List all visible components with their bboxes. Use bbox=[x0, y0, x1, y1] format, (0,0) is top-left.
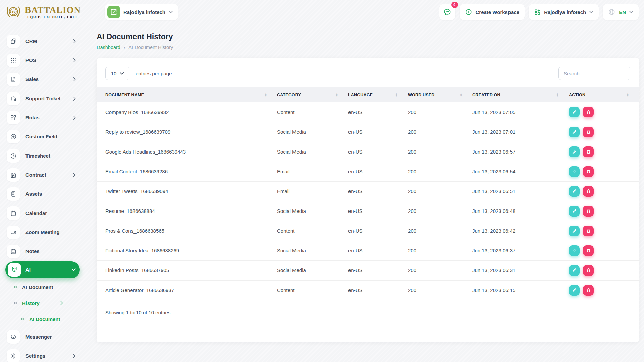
workspace-logo-icon bbox=[107, 6, 120, 18]
page-title: AI Document History bbox=[97, 32, 639, 41]
cell-word-used: 200 bbox=[408, 221, 472, 241]
sidebar-label: Notes bbox=[25, 248, 40, 254]
delete-button[interactable] bbox=[583, 206, 594, 217]
edit-button[interactable] bbox=[569, 285, 580, 296]
brand-logo[interactable]: B BATTALION EQUIP, EXECUTE, EXEL bbox=[5, 3, 91, 21]
svg-text:B: B bbox=[12, 9, 15, 14]
sidebar-item-settings[interactable]: Settings bbox=[0, 346, 83, 362]
plus-circle-icon bbox=[465, 8, 472, 16]
edit-button[interactable] bbox=[569, 265, 580, 276]
brand-name: BATTALION bbox=[25, 6, 81, 14]
messages-button[interactable]: 0 bbox=[439, 4, 455, 20]
sidebar-label: Support Ticket bbox=[25, 96, 61, 101]
cell-category: Social Media bbox=[277, 142, 348, 162]
chevron-down-icon bbox=[629, 11, 633, 13]
cell-actions bbox=[569, 280, 639, 300]
topbar: B BATTALION EQUIP, EXECUTE, EXEL Rajodiy… bbox=[0, 0, 644, 24]
sidebar-item-support-ticket[interactable]: Support Ticket bbox=[0, 89, 83, 108]
cell-actions bbox=[569, 241, 639, 260]
edit-button[interactable] bbox=[569, 166, 580, 177]
table-row: Reply to review_1686639709 Social Media … bbox=[97, 122, 639, 142]
pencil-icon bbox=[572, 248, 577, 253]
cell-document-name: Resume_1686638884 bbox=[97, 201, 277, 221]
page-size-select[interactable]: 10 bbox=[105, 67, 129, 80]
sidebar-item-calendar[interactable]: Calendar bbox=[0, 203, 83, 223]
sidebar-item-assets[interactable]: Assets bbox=[0, 184, 83, 203]
chat-bubble-icon bbox=[443, 8, 452, 16]
bullet-icon bbox=[14, 286, 17, 288]
main-content: AI Document History Dashboard › AI Docum… bbox=[83, 24, 644, 362]
sidebar-item-notes[interactable]: Notes bbox=[0, 242, 83, 261]
cell-created-on: Jun 13, 2023 06:54 bbox=[472, 162, 569, 181]
delete-button[interactable] bbox=[583, 146, 594, 157]
cell-language: en-US bbox=[348, 280, 408, 300]
header-category[interactable]: Category▲▼ bbox=[277, 87, 348, 102]
create-workspace-button[interactable]: Create Workspace bbox=[460, 4, 525, 20]
delete-button[interactable] bbox=[583, 186, 594, 197]
header-action[interactable]: Action▲▼ bbox=[569, 87, 639, 102]
cell-created-on: Jun 13, 2023 06:37 bbox=[472, 241, 569, 260]
dots-grid-icon bbox=[7, 54, 20, 67]
table-footer: Showing 1 to 10 of 10 entries bbox=[97, 300, 639, 325]
speech-bubble-icon bbox=[7, 330, 20, 344]
delete-button[interactable] bbox=[583, 285, 594, 296]
edit-button[interactable] bbox=[569, 146, 580, 157]
cell-category: Content bbox=[277, 280, 348, 300]
sidebar-item-pos[interactable]: POS bbox=[0, 51, 83, 70]
table-row: Article Generator_1686636937 Content en-… bbox=[97, 280, 639, 300]
globe-icon bbox=[608, 8, 615, 16]
sidebar-item-sales[interactable]: Sales bbox=[0, 70, 83, 89]
cell-category: Social Media bbox=[277, 260, 348, 280]
sidebar-item-messenger[interactable]: Messenger bbox=[0, 327, 83, 346]
edit-button[interactable] bbox=[569, 245, 580, 256]
company-dropdown[interactable]: Rajodiya infotech bbox=[529, 4, 599, 20]
sidebar-subitem-history-ai-document[interactable]: AI Document bbox=[0, 311, 83, 327]
cell-word-used: 200 bbox=[408, 162, 472, 181]
delete-button[interactable] bbox=[583, 166, 594, 177]
pencil-icon bbox=[572, 268, 577, 273]
history-card: 10 entries per page Document Name▲▼ Cate… bbox=[97, 58, 639, 342]
header-word-used[interactable]: Word Used▲▼ bbox=[408, 87, 472, 102]
chevron-down-icon bbox=[589, 11, 593, 13]
delete-button[interactable] bbox=[583, 107, 594, 117]
delete-button[interactable] bbox=[583, 245, 594, 256]
edit-button[interactable] bbox=[569, 206, 580, 217]
cell-language: en-US bbox=[348, 241, 408, 260]
trash-icon bbox=[586, 189, 591, 194]
header-document-name[interactable]: Document Name▲▼ bbox=[97, 87, 277, 102]
sidebar-item-custom-field[interactable]: Custom Field bbox=[0, 127, 83, 146]
trash-icon bbox=[586, 228, 591, 233]
workspace-switcher[interactable]: Rajodiya infotech bbox=[105, 4, 178, 20]
breadcrumb-separator: › bbox=[124, 45, 125, 50]
cell-language: en-US bbox=[348, 221, 408, 241]
sidebar-item-zoom-meeting[interactable]: Zoom Meeting bbox=[0, 223, 83, 242]
sidebar-item-crm[interactable]: CRM bbox=[0, 32, 83, 51]
sidebar-label: CRM bbox=[25, 38, 37, 44]
search-input[interactable] bbox=[558, 67, 630, 80]
cell-category: Social Media bbox=[277, 201, 348, 221]
edit-button[interactable] bbox=[569, 186, 580, 197]
sidebar-subitem-history[interactable]: History bbox=[0, 295, 83, 311]
header-language[interactable]: Language▲▼ bbox=[348, 87, 408, 102]
breadcrumb-dashboard-link[interactable]: Dashboard bbox=[97, 45, 120, 50]
sidebar-item-timesheet[interactable]: Timesheet bbox=[0, 146, 83, 165]
sidebar-label: POS bbox=[25, 57, 36, 63]
sidebar-subitem-ai-document[interactable]: AI Document bbox=[0, 279, 83, 295]
edit-button[interactable] bbox=[569, 127, 580, 137]
delete-button[interactable] bbox=[583, 226, 594, 236]
sidebar-sublabel: History bbox=[22, 300, 40, 306]
sidebar-sublabel: AI Document bbox=[22, 284, 53, 290]
edit-button[interactable] bbox=[569, 226, 580, 236]
delete-button[interactable] bbox=[583, 127, 594, 137]
cell-actions bbox=[569, 181, 639, 201]
edit-button[interactable] bbox=[569, 107, 580, 117]
sidebar-item-contract[interactable]: Contract bbox=[0, 165, 83, 184]
language-dropdown[interactable]: EN bbox=[603, 4, 639, 20]
cell-created-on: Jun 13, 2023 06:57 bbox=[472, 142, 569, 162]
delete-button[interactable] bbox=[583, 265, 594, 276]
header-created-on[interactable]: Created On▲▼ bbox=[472, 87, 569, 102]
sidebar-item-ai[interactable]: AI bbox=[0, 261, 83, 279]
trash-icon bbox=[586, 169, 591, 174]
sidebar-item-rotas[interactable]: Rotas bbox=[0, 108, 83, 127]
cell-created-on: Jun 13, 2023 06:15 bbox=[472, 280, 569, 300]
